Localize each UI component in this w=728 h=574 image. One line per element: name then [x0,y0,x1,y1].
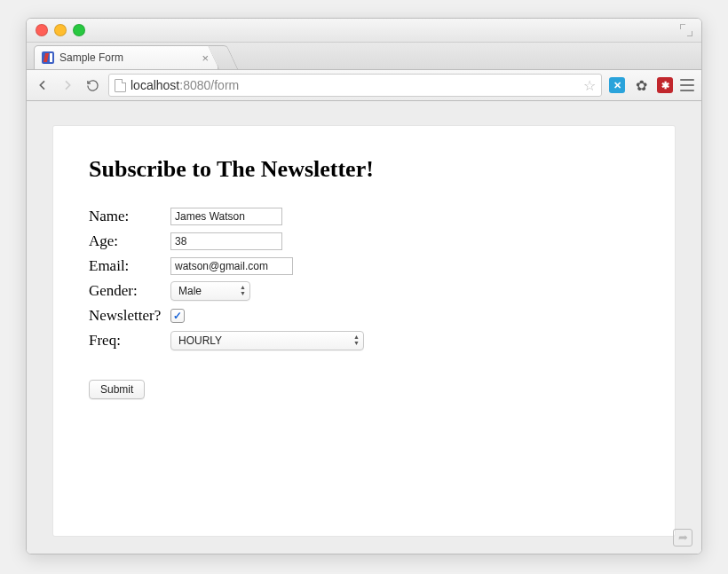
freq-select-value: HOURLY [178,334,222,347]
share-icon[interactable] [673,529,692,546]
reload-button[interactable] [83,76,101,94]
minimize-window-button[interactable] [54,24,67,36]
newsletter-checkbox[interactable] [170,309,185,323]
forward-button[interactable] [59,76,76,94]
browser-tab[interactable]: Sample Form × [34,45,218,69]
back-button[interactable] [34,76,51,94]
window-controls [36,24,85,36]
name-input[interactable] [170,208,282,225]
form-row-gender: Gender: Male ▲▼ [89,280,639,302]
zoom-window-button[interactable] [73,24,85,36]
form-row-newsletter: Newsletter? [89,305,639,326]
form-row-freq: Freq: HOURLY ▲▼ [89,330,639,351]
newsletter-label: Newsletter? [89,307,170,325]
close-window-button[interactable] [36,24,48,36]
toolbar: localhost:8080/form ☆ ✕ ✿ ✱ [27,70,701,101]
titlebar [27,19,701,43]
address-bar[interactable]: localhost:8080/form ☆ [108,74,602,97]
close-tab-button[interactable]: × [200,51,210,65]
name-label: Name: [89,208,170,225]
form-row-age: Age: [89,231,639,252]
favicon-icon [42,51,54,64]
freq-select[interactable]: HOURLY ▲▼ [170,331,364,350]
form-row-name: Name: [89,206,639,227]
tab-bar: Sample Form × [27,43,701,70]
extension-icon[interactable]: ✕ [609,77,625,93]
gender-select[interactable]: Male ▲▼ [170,281,250,301]
page-heading: Subscribe to The Newsletter! [89,156,639,183]
page-content: Subscribe to The Newsletter! Name: Age: … [53,126,675,536]
page-icon [115,79,126,92]
freq-label: Freq: [89,332,170,350]
url-host: localhost [131,78,179,92]
fullscreen-icon[interactable] [680,24,692,36]
extension-icon[interactable]: ✱ [657,77,673,93]
age-input[interactable] [170,232,282,250]
select-arrows-icon: ▲▼ [240,284,246,296]
viewport: Subscribe to The Newsletter! Name: Age: … [27,101,701,554]
select-arrows-icon: ▲▼ [353,334,360,346]
url-path: /form [210,78,239,92]
menu-button[interactable] [680,79,694,91]
submit-button[interactable]: Submit [89,380,145,399]
url-port: :8080 [179,78,210,92]
tab-title: Sample Form [59,51,123,64]
email-input[interactable] [170,257,293,275]
age-label: Age: [89,232,170,250]
settings-gear-icon[interactable]: ✿ [632,76,650,94]
browser-window: Sample Form × localhost:8080/form ☆ ✕ ✿ … [26,18,702,554]
email-label: Email: [89,257,170,275]
gender-label: Gender: [89,282,170,300]
form-row-email: Email: [89,256,639,277]
bookmark-star-icon[interactable]: ☆ [583,77,596,94]
gender-select-value: Male [178,285,202,297]
